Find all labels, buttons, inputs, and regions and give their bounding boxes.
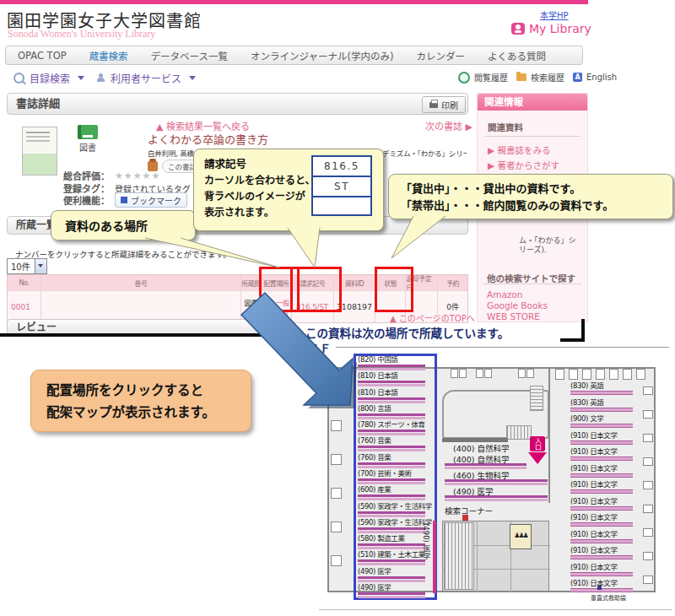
shelf-item: (760) 音楽 bbox=[358, 436, 435, 451]
callout-map: 配置場所をクリックすると 配架マップが表示されます。 bbox=[30, 370, 251, 432]
my-library-label: My Library bbox=[529, 22, 591, 35]
shelf-item: (910) 日本文学 bbox=[570, 563, 638, 576]
map-window bbox=[451, 369, 458, 378]
spine-label-preview: 816.5 ST bbox=[311, 155, 372, 216]
right-shelf-list: (830) 英語 (830) 英語 (900) 文学 (910) 日本文学 (9… bbox=[570, 381, 638, 592]
map-window bbox=[643, 410, 653, 419]
material-type: 図書 bbox=[78, 125, 98, 154]
map-window bbox=[643, 386, 653, 395]
map-window bbox=[643, 481, 653, 489]
nav-faq[interactable]: よくある質問 bbox=[488, 49, 546, 62]
shelf-item: (900) 文学 bbox=[570, 414, 638, 428]
amazon-link[interactable]: Amazon bbox=[487, 289, 522, 300]
shelf-bars bbox=[445, 479, 548, 485]
catalog-search-menu[interactable]: 目録検索 bbox=[30, 71, 70, 85]
map-window bbox=[555, 369, 564, 380]
search-corner-label: 検索コーナー bbox=[445, 505, 493, 516]
history-clock-icon bbox=[458, 72, 470, 84]
map-window bbox=[484, 369, 492, 378]
spine-call-number: 816.5 bbox=[313, 157, 370, 177]
material-type-label: 図書 bbox=[78, 141, 98, 154]
nav-calendar[interactable]: カレンダー bbox=[416, 49, 465, 62]
shelf-item: (820) 中国語 bbox=[358, 355, 435, 370]
highlight-callno-box bbox=[290, 267, 342, 312]
series-fragment: ム・「わかる」シリーズ). bbox=[519, 236, 583, 255]
elevator-icon: ♟♟♟ bbox=[510, 524, 532, 549]
rating-label: 総合評価： bbox=[63, 169, 110, 182]
bookmark-icon bbox=[121, 197, 127, 203]
col-no: No. bbox=[8, 275, 41, 290]
language-icon: A bbox=[573, 73, 582, 82]
nav-opac-top[interactable]: OPAC TOP bbox=[18, 50, 67, 62]
shelf-item: (910) 日本文学 bbox=[570, 431, 638, 445]
per-page-select[interactable]: 10件 bbox=[7, 258, 47, 274]
shelf-item: (910) 日本文学 bbox=[570, 480, 638, 494]
other-sites-label: 他の検索サイトで探す bbox=[487, 272, 575, 284]
shelf-item: (830) 英語 bbox=[570, 398, 638, 412]
english-link[interactable]: English bbox=[586, 73, 617, 82]
google-books-link[interactable]: Google Books bbox=[487, 300, 548, 311]
search-icon bbox=[14, 73, 24, 84]
screenshot-edge-corner bbox=[560, 338, 585, 342]
map-window bbox=[331, 555, 342, 566]
print-button[interactable]: 印刷 bbox=[422, 96, 466, 113]
print-label: 印刷 bbox=[441, 99, 458, 111]
stairs-icon bbox=[506, 425, 532, 440]
map-window bbox=[643, 575, 653, 584]
sidebar-title: 関連情報 bbox=[478, 94, 587, 111]
page-top-link[interactable]: ▲ このページのTOPへ bbox=[390, 311, 475, 324]
brand-top-bar bbox=[0, 0, 588, 4]
screenshot-edge-line bbox=[0, 333, 281, 337]
user-service-menu[interactable]: 利用者サービス bbox=[111, 71, 181, 85]
sidebar-link-parent[interactable]: ▶ 親書誌をみる bbox=[488, 143, 587, 156]
chevron-down-icon bbox=[189, 76, 196, 80]
sidebar-link-author[interactable]: ▶ 著者からさがす bbox=[488, 159, 587, 171]
tools-label: 便利機能： bbox=[63, 193, 110, 207]
rating-row: 総合評価： ★★★★★ bbox=[63, 169, 160, 182]
user-icon bbox=[96, 73, 105, 83]
shelf-item: (600) 産業 bbox=[358, 485, 435, 500]
web-store-link[interactable]: WEB STORE bbox=[487, 311, 540, 322]
nav-database-list[interactable]: データベース一覧 bbox=[151, 49, 228, 62]
book-cover-thumbnail[interactable] bbox=[22, 127, 57, 176]
map-window bbox=[643, 552, 653, 560]
map-window bbox=[331, 386, 342, 397]
shelf-item: (910) 日本文学 bbox=[570, 513, 638, 527]
printer-icon bbox=[429, 102, 438, 108]
view-history-link[interactable]: 閲覧履歴 bbox=[474, 71, 508, 84]
next-record-link[interactable]: 次の書誌 ▶ bbox=[425, 119, 472, 132]
my-library[interactable]: My Library bbox=[511, 22, 591, 35]
shelf-item: (700) 芸術・美術 bbox=[358, 469, 435, 484]
map-window bbox=[459, 369, 467, 378]
chevron-down-icon bbox=[78, 76, 84, 80]
floor-label: ４Ｆ bbox=[309, 340, 331, 356]
map-window bbox=[518, 369, 526, 378]
book-title-link[interactable]: よくわかる卒論の書き方 bbox=[148, 131, 268, 147]
entrance-arrow-icon bbox=[528, 452, 547, 464]
spine-empty bbox=[313, 197, 370, 214]
floor-rule bbox=[336, 347, 669, 348]
search-history-link[interactable]: 検索履歴 bbox=[531, 71, 564, 84]
nav-online-journal[interactable]: オンラインジャーナル(学内のみ) bbox=[251, 49, 393, 62]
callout-location: 資料のある場所 bbox=[51, 210, 196, 240]
map-window bbox=[643, 457, 653, 466]
shelf-item: (590) 家政学・生活科学 bbox=[358, 502, 435, 517]
main-nav: OPAC TOP 蔵書検索 データベース一覧 オンラインジャーナル(学内のみ) … bbox=[5, 46, 583, 65]
bookmark-label: ブックマーク bbox=[131, 194, 181, 207]
university-hp-link[interactable]: 本学HP bbox=[540, 8, 569, 21]
callout-status: 「貸出中」・・・貸出中の資料です。 「禁帯出」・・・館内閲覧のみの資料です。 bbox=[388, 174, 673, 219]
entrance-marker: 入口 bbox=[530, 436, 545, 451]
col-reservation: 予約 bbox=[438, 275, 467, 290]
map-window bbox=[643, 505, 653, 513]
map-window bbox=[623, 369, 632, 380]
tools-row: 便利機能： ブックマーク bbox=[63, 192, 187, 208]
spine-author-mark: ST bbox=[313, 177, 370, 197]
shelf-label: (400) 自然科学 bbox=[453, 442, 510, 454]
highlighted-shelf-vertical-label: (490) 医学 bbox=[421, 523, 431, 596]
bookmark-button[interactable]: ブックマーク bbox=[115, 192, 187, 208]
nav-collection-search[interactable]: 蔵書検索 bbox=[89, 49, 128, 62]
map-window bbox=[643, 528, 653, 537]
row-no-link[interactable]: 0001 bbox=[8, 290, 41, 322]
shelf-item: (910) 日本文学 bbox=[570, 546, 638, 559]
shelf-item: (910) 日本文学 bbox=[570, 579, 638, 592]
